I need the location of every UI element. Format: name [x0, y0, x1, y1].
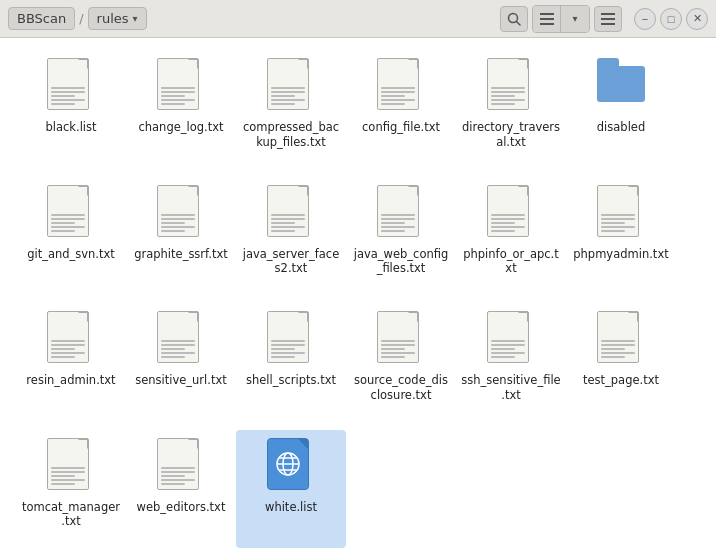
web-file-icon — [267, 438, 309, 490]
file-name: git_and_svn.txt — [27, 247, 115, 262]
view-toggle-group: ▾ — [532, 5, 590, 33]
toolbar-actions: ▾ − □ ✕ — [500, 5, 708, 33]
file-name: black.list — [45, 120, 96, 135]
text-file-icon — [267, 311, 309, 363]
file-name: compressed_backup_files.txt — [241, 120, 341, 150]
text-file-icon — [377, 185, 419, 237]
file-name: source_code_disclosure.txt — [351, 373, 451, 403]
list-item[interactable]: change_log.txt — [126, 50, 236, 169]
breadcrumb-home[interactable]: BBScan — [8, 7, 75, 30]
svg-rect-7 — [601, 23, 615, 25]
folder-icon — [597, 58, 645, 102]
minimize-button[interactable]: − — [634, 8, 656, 30]
list-item[interactable]: java_web_config_files.txt — [346, 177, 456, 296]
list-item[interactable]: java_server_faces2.txt — [236, 177, 346, 296]
file-icon-container — [267, 438, 315, 496]
file-name: ssh_sensitive_file.txt — [461, 373, 561, 403]
text-file-icon — [377, 58, 419, 110]
file-name: phpmyadmin.txt — [573, 247, 668, 262]
menu-button[interactable] — [594, 6, 622, 32]
list-item[interactable]: graphite_ssrf.txt — [126, 177, 236, 296]
file-icon-container — [47, 311, 95, 369]
list-item[interactable]: compressed_backup_files.txt — [236, 50, 346, 169]
file-name: white.list — [265, 500, 317, 515]
list-item[interactable]: source_code_disclosure.txt — [346, 303, 456, 422]
search-button[interactable] — [500, 6, 528, 32]
list-item[interactable]: black.list — [16, 50, 126, 169]
list-item[interactable]: phpmyadmin.txt — [566, 177, 676, 296]
file-icon-container — [267, 58, 315, 116]
file-name: disabled — [597, 120, 645, 135]
list-item[interactable]: sensitive_url.txt — [126, 303, 236, 422]
breadcrumb-folder[interactable]: rules ▾ — [88, 7, 147, 30]
text-file-icon — [487, 311, 529, 363]
file-icon-container — [47, 438, 95, 496]
file-icon-container — [47, 185, 95, 243]
file-name: tomcat_manager.txt — [21, 500, 121, 530]
list-item[interactable]: test_page.txt — [566, 303, 676, 422]
file-icon-container — [487, 185, 535, 243]
file-grid: black.list change_log.txt compress — [0, 38, 716, 560]
text-file-icon — [597, 185, 639, 237]
titlebar: BBScan / rules ▾ ▾ — [0, 0, 716, 38]
file-icon-container — [597, 311, 645, 369]
file-icon-container — [157, 185, 205, 243]
text-file-icon — [377, 311, 419, 363]
file-name: change_log.txt — [138, 120, 223, 135]
file-name: config_file.txt — [362, 120, 440, 135]
file-icon-container — [47, 58, 95, 116]
file-icon-container — [377, 185, 425, 243]
text-file-icon — [47, 185, 89, 237]
file-icon-container — [487, 311, 535, 369]
file-icon-container — [157, 58, 205, 116]
file-name: java_server_faces2.txt — [241, 247, 341, 277]
text-file-icon — [487, 185, 529, 237]
text-file-icon — [157, 185, 199, 237]
list-item[interactable]: directory_traversal.txt — [456, 50, 566, 169]
list-item[interactable]: resin_admin.txt — [16, 303, 126, 422]
list-item[interactable]: web_editors.txt — [126, 430, 236, 549]
chevron-down-icon: ▾ — [572, 13, 577, 24]
svg-rect-6 — [601, 18, 615, 20]
text-file-icon — [157, 311, 199, 363]
list-item[interactable]: disabled — [566, 50, 676, 169]
file-name: graphite_ssrf.txt — [134, 247, 228, 262]
file-icon-container — [267, 311, 315, 369]
list-item[interactable]: phpinfo_or_apc.txt — [456, 177, 566, 296]
text-file-icon — [267, 185, 309, 237]
list-item[interactable]: ssh_sensitive_file.txt — [456, 303, 566, 422]
list-item[interactable]: white.list — [236, 430, 346, 549]
breadcrumb: BBScan / rules ▾ — [8, 7, 500, 30]
file-icon-container — [597, 58, 645, 116]
close-button[interactable]: ✕ — [686, 8, 708, 30]
list-view-button[interactable] — [533, 6, 561, 32]
text-file-icon — [47, 311, 89, 363]
text-file-icon — [597, 311, 639, 363]
svg-rect-2 — [540, 13, 554, 15]
file-name: java_web_config_files.txt — [351, 247, 451, 277]
svg-rect-4 — [540, 23, 554, 25]
list-item[interactable]: git_and_svn.txt — [16, 177, 126, 296]
window-controls: − □ ✕ — [634, 8, 708, 30]
maximize-button[interactable]: □ — [660, 8, 682, 30]
file-icon-container — [597, 185, 645, 243]
breadcrumb-folder-name: rules — [97, 11, 129, 26]
file-name: shell_scripts.txt — [246, 373, 336, 388]
file-icon-container — [377, 311, 425, 369]
breadcrumb-separator: / — [79, 11, 83, 26]
file-name: resin_admin.txt — [26, 373, 115, 388]
file-name: phpinfo_or_apc.txt — [461, 247, 561, 277]
file-icon-container — [157, 311, 205, 369]
file-name: test_page.txt — [583, 373, 659, 388]
list-item[interactable]: tomcat_manager.txt — [16, 430, 126, 549]
list-item[interactable]: config_file.txt — [346, 50, 456, 169]
file-name: directory_traversal.txt — [461, 120, 561, 150]
text-file-icon — [47, 58, 89, 110]
list-item[interactable]: shell_scripts.txt — [236, 303, 346, 422]
svg-rect-5 — [601, 13, 615, 15]
file-icon-container — [157, 438, 205, 496]
text-file-icon — [487, 58, 529, 110]
svg-rect-3 — [540, 18, 554, 20]
file-icon-container — [487, 58, 535, 116]
view-options-button[interactable]: ▾ — [561, 6, 589, 32]
